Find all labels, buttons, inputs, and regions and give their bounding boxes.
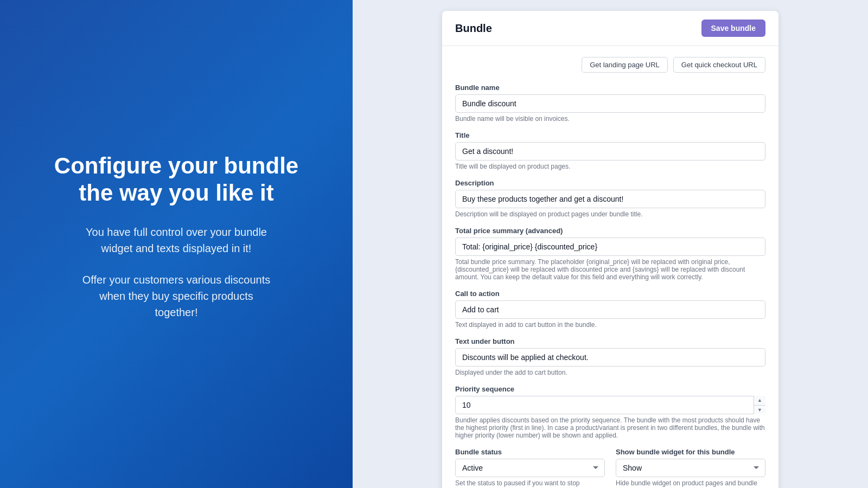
text-under-button-group: Text under button Displayed under the ad… <box>455 337 765 376</box>
bundle-card-header: Bundle Save bundle <box>442 11 778 46</box>
total-price-summary-hint: Total bundle price summary. The placehol… <box>455 258 765 281</box>
bundle-status-hint: Set the status to paused if you want to … <box>455 479 605 488</box>
priority-sequence-wrapper: ▲ ▼ <box>455 396 765 414</box>
title-input[interactable] <box>455 142 765 160</box>
priority-increment-button[interactable]: ▲ <box>754 396 765 406</box>
url-buttons-row: Get landing page URL Get quick checkout … <box>455 57 765 73</box>
get-landing-page-url-button[interactable]: Get landing page URL <box>582 57 668 73</box>
total-price-summary-input[interactable] <box>455 237 765 256</box>
call-to-action-label: Call to action <box>455 290 765 298</box>
priority-sequence-hint: Bundler applies discounts based on the p… <box>455 416 765 439</box>
right-panel: Bundle Save bundle Get landing page URL … <box>353 0 868 488</box>
save-bundle-button[interactable]: Save bundle <box>701 20 765 37</box>
bundle-name-label: Bundle name <box>455 84 765 92</box>
bundle-name-group: Bundle name Bundle name will be visible … <box>455 84 765 123</box>
description-group: Description Description will be displaye… <box>455 179 765 218</box>
show-bundle-widget-label: Show bundle widget for this bundle <box>616 448 765 456</box>
get-quick-checkout-url-button[interactable]: Get quick checkout URL <box>673 57 765 73</box>
bundle-card-body: Get landing page URL Get quick checkout … <box>442 46 778 488</box>
show-bundle-widget-hint: Hide bundle widget on product pages and … <box>616 479 765 488</box>
total-price-summary-group: Total price summary (advanced) Total bun… <box>455 227 765 281</box>
left-panel: Configure your bundlethe way you like it… <box>0 0 353 488</box>
bundle-status-label: Bundle status <box>455 448 605 456</box>
bundle-name-hint: Bundle name will be visible on invoices. <box>455 115 765 123</box>
description-input[interactable] <box>455 190 765 208</box>
title-label: Title <box>455 131 765 139</box>
priority-spinners: ▲ ▼ <box>754 396 765 414</box>
bundle-card-title: Bundle <box>455 22 492 35</box>
text-under-button-hint: Displayed under the add to cart button. <box>455 369 765 376</box>
priority-decrement-button[interactable]: ▼ <box>754 406 765 415</box>
text-under-button-input[interactable] <box>455 348 765 367</box>
call-to-action-hint: Text displayed in add to cart button in … <box>455 321 765 329</box>
status-widget-row: Bundle status Active Paused Set the stat… <box>455 448 765 488</box>
description-hint: Description will be displayed on product… <box>455 210 765 218</box>
call-to-action-group: Call to action Text displayed in add to … <box>455 290 765 329</box>
priority-sequence-input[interactable] <box>455 396 765 414</box>
text-under-button-label: Text under button <box>455 337 765 345</box>
bundle-status-group: Bundle status Active Paused Set the stat… <box>455 448 605 488</box>
main-heading: Configure your bundlethe way you like it <box>54 152 298 207</box>
show-bundle-widget-select[interactable]: Show Hide <box>616 459 765 477</box>
priority-sequence-label: Priority sequence <box>455 385 765 393</box>
call-to-action-input[interactable] <box>455 300 765 319</box>
bundle-name-input[interactable] <box>455 94 765 113</box>
bundle-status-select[interactable]: Active Paused <box>455 459 605 477</box>
total-price-summary-label: Total price summary (advanced) <box>455 227 765 235</box>
sub-para-1: You have full control over your bundlewi… <box>54 224 298 256</box>
show-bundle-widget-group: Show bundle widget for this bundle Show … <box>616 448 765 488</box>
title-group: Title Title will be displayed on product… <box>455 131 765 170</box>
left-content: Configure your bundlethe way you like it… <box>54 152 298 336</box>
description-label: Description <box>455 179 765 187</box>
bundle-card: Bundle Save bundle Get landing page URL … <box>442 11 778 488</box>
priority-sequence-group: Priority sequence ▲ ▼ Bundler applies di… <box>455 385 765 439</box>
sub-para-2: Offer your customers various discountswh… <box>54 272 298 320</box>
title-hint: Title will be displayed on product pages… <box>455 163 765 170</box>
